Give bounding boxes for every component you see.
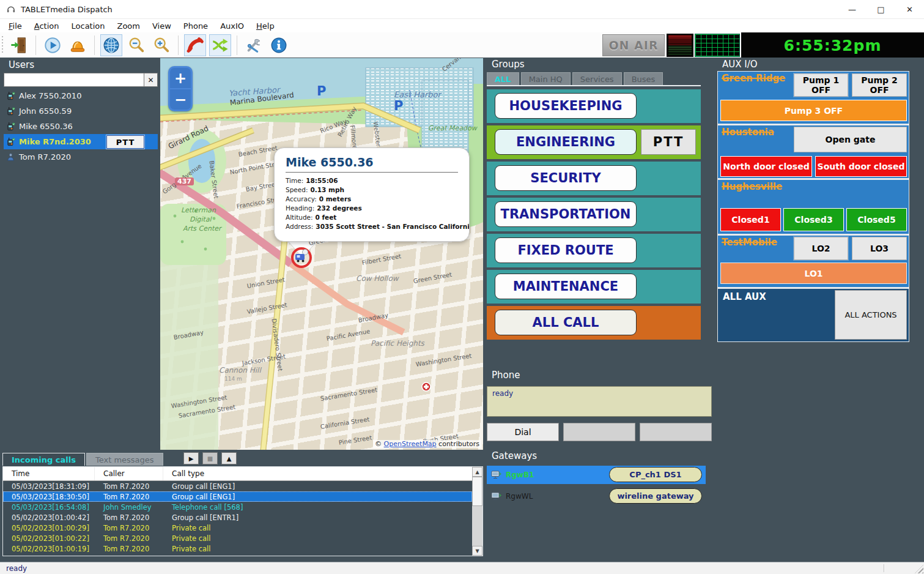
calls-tab-incoming-calls[interactable]: Incoming calls (2, 453, 85, 466)
users-search-input[interactable] (4, 73, 144, 87)
zoom-out-button[interactable] (125, 34, 147, 56)
aux-io-button[interactable]: North door closed (720, 156, 812, 177)
popup-field: Speed:0.13 mph (286, 186, 458, 193)
info-button[interactable] (268, 34, 290, 56)
column-caller[interactable]: Caller (95, 467, 163, 480)
column-call-type[interactable]: Call type (163, 467, 482, 480)
calls-scrollbar[interactable]: ▲ ▼ (472, 467, 482, 556)
aux-io-button[interactable]: Pump 2 OFF (852, 73, 907, 97)
aux-io-button[interactable]: Pump 1 OFF (794, 73, 848, 97)
attribution-prefix: © (375, 440, 384, 448)
play-button[interactable]: ▶ (183, 452, 199, 464)
settings-tools-icon (245, 36, 263, 54)
call-log-row[interactable]: 05/02/2023[01:00:19]Tom R7.2020Private c… (3, 543, 472, 554)
popup-field: Time:18:55:06 (286, 177, 458, 184)
group-call-button[interactable]: FIXED ROUTE (495, 237, 637, 263)
phone-call-button[interactable] (184, 34, 206, 56)
scrollbar-down-icon[interactable]: ▼ (472, 546, 482, 556)
aux-io-button[interactable]: Closed5 (846, 208, 907, 231)
phone-spare-button[interactable] (563, 423, 635, 441)
menu-help[interactable]: Help (250, 20, 281, 32)
groups-tab-all[interactable]: ALL (487, 72, 519, 85)
menu-zoom[interactable]: Zoom (111, 20, 146, 32)
aux-section: HoustoniaOpen gateNorth door closedSouth… (718, 125, 909, 178)
user-list-item[interactable]: Mike 6550.36 (4, 119, 158, 134)
user-list-item[interactable]: Alex 7550.2010 (4, 88, 158, 103)
gateway-row[interactable]: RgwB1CP_ch1 DS1 (487, 466, 706, 484)
aux-io-button[interactable]: Open gate (794, 127, 907, 152)
groups-tab-services[interactable]: Services (572, 72, 622, 85)
close-button[interactable]: ✕ (895, 0, 924, 18)
all-actions-button[interactable]: ALL ACTIONS (835, 290, 907, 340)
aux-io-button[interactable]: Pump 3 OFF (720, 100, 907, 121)
gateway-channel-button[interactable]: CP_ch1 DS1 (609, 467, 702, 482)
scroll-up-button[interactable]: ▲ (221, 452, 237, 464)
aux-io-button[interactable]: LO3 (852, 237, 907, 260)
osm-link[interactable]: OpenStreetMap (384, 440, 437, 448)
column-time[interactable]: Time (3, 467, 95, 480)
group-ptt-button[interactable]: PTT (641, 129, 696, 155)
start-session-button[interactable] (42, 34, 64, 56)
maximize-button[interactable]: □ (867, 0, 895, 18)
group-call-button[interactable]: MAINTENANCE (495, 274, 637, 299)
aux-io-button[interactable]: LO1 (720, 263, 907, 284)
resize-grip[interactable] (915, 565, 923, 573)
user-ptt-button[interactable]: PTT (106, 135, 144, 149)
map-zoom-in-button[interactable]: + (170, 68, 191, 88)
map-label: Arts Center (183, 225, 221, 233)
map-globe-button[interactable] (100, 34, 122, 56)
call-log-row[interactable]: 05/03/2023[18:30:50]Tom R7.2020Group cal… (3, 491, 472, 502)
user-list-item[interactable]: Mike R7nd.2030PTT (4, 134, 158, 149)
on-air-indicator: ON AIR (602, 34, 665, 56)
call-log-row[interactable]: 05/03/2023[18:31:09]Tom R7.2020Group cal… (3, 481, 472, 491)
stop-button[interactable]: ■ (202, 452, 218, 464)
phone-display[interactable]: ready (487, 386, 712, 417)
dial-button[interactable]: Dial (487, 423, 559, 441)
search-clear-icon[interactable]: ✕ (144, 73, 158, 87)
menu-phone[interactable]: Phone (177, 20, 214, 32)
aux-io-button[interactable]: LO2 (794, 237, 848, 260)
exit-door-button[interactable] (8, 34, 30, 56)
alert-siren-icon (68, 36, 87, 54)
popup-field-label: Speed: (286, 186, 308, 193)
cross-patch-button[interactable] (209, 34, 231, 56)
scrollbar-up-icon[interactable]: ▲ (472, 467, 482, 477)
users-panel: Users ✕ Alex 7550.2010John 6550.59Mike 6… (4, 59, 158, 165)
toolbar-grip[interactable] (2, 36, 3, 54)
scrollbar-thumb[interactable] (472, 477, 482, 506)
call-log-row[interactable]: 05/02/2023[01:00:22]Tom R7.2020Private c… (3, 533, 472, 543)
calls-table-header: Time Caller Call type (3, 467, 482, 481)
menu-auxio[interactable]: AuxIO (214, 20, 250, 32)
call-log-row[interactable]: 05/02/2023[01:00:42]Tom R7.2020Group cal… (3, 512, 472, 523)
gateway-row[interactable]: RgwWLwireline gateway (487, 487, 706, 505)
call-type: Private call (163, 545, 472, 553)
alert-siren-button[interactable] (67, 34, 89, 56)
map-zoom-out-button[interactable]: − (170, 89, 191, 110)
settings-tools-button[interactable] (243, 34, 265, 56)
gateway-channel-button[interactable]: wireline gateway (609, 488, 702, 504)
aux-io-button[interactable]: Closed1 (720, 208, 781, 231)
groups-tab-buses[interactable]: Buses (624, 72, 663, 85)
map-panel[interactable]: Yacht HarborEast HarborGreat MeadowMarin… (160, 58, 483, 450)
group-call-button[interactable]: ALL CALL (495, 310, 637, 335)
user-list-item[interactable]: Tom R7.2020 (4, 149, 158, 165)
calls-tabs: Incoming callsText messages (2, 452, 483, 466)
call-log-row[interactable]: 05/03/2023[16:54:08]John SmedleyTelephon… (3, 502, 472, 512)
group-call-button[interactable]: HOUSEKEEPING (495, 93, 637, 119)
calls-tab-text-messages[interactable]: Text messages (86, 453, 163, 466)
minimize-button[interactable]: — (838, 0, 867, 18)
zoom-in-button[interactable] (150, 34, 172, 56)
group-call-button[interactable]: TRANSPORTATION (495, 201, 637, 227)
menu-action[interactable]: Action (28, 20, 65, 32)
phone-spare-button[interactable] (640, 423, 712, 441)
groups-tab-main-hq[interactable]: Main HQ (521, 72, 571, 85)
group-call-button[interactable]: SECURITY (495, 165, 637, 191)
menu-location[interactable]: Location (65, 20, 111, 32)
aux-io-button[interactable]: Closed3 (783, 208, 844, 231)
aux-io-button[interactable]: South door closed (815, 156, 907, 177)
menu-view[interactable]: View (146, 20, 177, 32)
user-list-item[interactable]: John 6550.59 (4, 103, 158, 119)
group-call-button[interactable]: ENGINEERING (495, 129, 637, 155)
menu-file[interactable]: File (2, 20, 28, 32)
call-log-row[interactable]: 05/02/2023[01:00:29]Tom R7.2020Private c… (3, 523, 472, 533)
